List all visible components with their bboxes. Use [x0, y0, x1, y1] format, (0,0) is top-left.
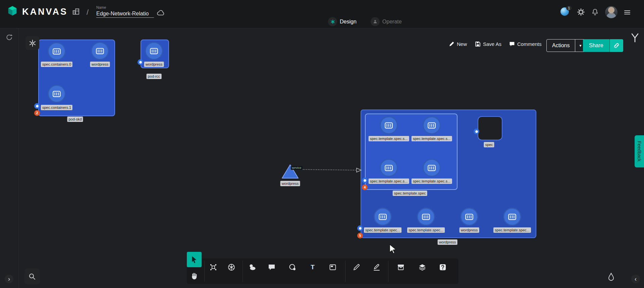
- group-label: pod-skd: [67, 117, 83, 122]
- container-icon: [465, 212, 474, 221]
- node-label: spec.template.spec.s...: [412, 136, 452, 141]
- node-wordpress-1[interactable]: [91, 42, 109, 60]
- help-icon: [439, 263, 447, 271]
- container-icon: [384, 163, 393, 172]
- node-wordpress-3[interactable]: [460, 208, 478, 226]
- group-label: pod-rcc: [147, 74, 162, 79]
- edge-pencil-tool-button[interactable]: [371, 261, 383, 273]
- doodle-tool-button[interactable]: [286, 261, 299, 273]
- node-template-container-1[interactable]: [380, 116, 398, 134]
- comment-icon: [268, 263, 276, 271]
- pan-tool-button[interactable]: [187, 269, 201, 283]
- new-button-label: New: [457, 41, 467, 47]
- pen-icon: [373, 263, 381, 271]
- app-logo[interactable]: KANVAS: [6, 5, 68, 18]
- breadcrumb-separator: /: [87, 8, 89, 17]
- chevron-left-icon: ‹: [635, 275, 637, 283]
- comments-button[interactable]: Comments: [507, 41, 544, 47]
- traffic-edge-arrow: [298, 166, 363, 174]
- node-label: wordpress: [90, 62, 110, 67]
- node-template-bottom-3[interactable]: [503, 208, 521, 226]
- design-name-input[interactable]: [96, 10, 154, 18]
- y-logo-icon: [631, 33, 639, 44]
- design-name-label: Name: [96, 5, 154, 9]
- layers-icon: [418, 263, 426, 271]
- save-icon: [475, 41, 481, 47]
- history-sync-button[interactable]: [5, 33, 13, 42]
- mode-tabs: Design Operate: [326, 17, 404, 26]
- chevron-right-icon: ›: [8, 275, 10, 283]
- node-label: spec.template.spec.s...: [369, 136, 409, 141]
- drawer-tool-button[interactable]: [395, 261, 407, 273]
- kanvas-app: KANVAS / Name: [0, 0, 644, 288]
- comment-tool-button[interactable]: [266, 261, 278, 273]
- copy-link-icon[interactable]: [610, 39, 623, 52]
- notification-center-button[interactable]: 1: [560, 7, 569, 17]
- expand-left-panel-button[interactable]: ›: [5, 275, 13, 283]
- text-tool-button[interactable]: T: [307, 261, 319, 273]
- kubernetes-icon: [357, 225, 363, 231]
- cloud-icon: [156, 9, 166, 17]
- pencil-icon: [353, 263, 361, 271]
- cloud-sync-button[interactable]: [156, 9, 166, 18]
- zoom-button[interactable]: [24, 269, 40, 284]
- dock-divider: [345, 261, 345, 282]
- collapse-right-panel-button[interactable]: ‹: [631, 275, 640, 283]
- save-as-button[interactable]: Save As: [473, 41, 503, 47]
- share-button[interactable]: Share: [583, 39, 623, 52]
- node-label: wordpress: [144, 62, 164, 67]
- frame-icon: [329, 263, 337, 271]
- node-spec-containers-1[interactable]: [48, 85, 66, 103]
- gear-icon: [577, 8, 585, 16]
- design-icon: [328, 17, 337, 26]
- org-building-button[interactable]: [72, 7, 80, 17]
- layers-tool-button[interactable]: [416, 261, 428, 273]
- drop-icon: [607, 273, 615, 282]
- node-wordpress-2[interactable]: [145, 42, 163, 60]
- snowflake-icon: [29, 39, 37, 47]
- user-avatar[interactable]: [605, 6, 618, 18]
- feedback-tab[interactable]: Feedback: [635, 135, 644, 167]
- node-label: spec.template.spec...: [364, 227, 401, 233]
- pencil-tool-button[interactable]: [351, 261, 363, 273]
- dock-divider: [204, 261, 205, 282]
- ink-drop-button[interactable]: [607, 273, 615, 283]
- mouse-cursor: [389, 244, 398, 254]
- save-as-button-label: Save As: [483, 41, 501, 47]
- frame-tool-button[interactable]: [327, 261, 339, 273]
- dock-divider: [243, 261, 243, 282]
- notifications-bell-button[interactable]: [591, 8, 599, 17]
- pencil-icon: [449, 41, 454, 47]
- shapes-library-button[interactable]: [25, 36, 39, 50]
- tab-design-label: Design: [340, 19, 357, 25]
- node-label: wordpress: [460, 227, 479, 233]
- kubernetes-tool-button[interactable]: [225, 261, 237, 273]
- tab-operate-label: Operate: [382, 19, 402, 25]
- left-rail-divider: [18, 28, 19, 288]
- node-label: spec.containers.1: [41, 105, 72, 110]
- new-button[interactable]: New: [447, 41, 469, 47]
- node-template-container-2[interactable]: [423, 116, 441, 134]
- node-template-bottom-1[interactable]: [374, 208, 392, 226]
- node-template-container-4[interactable]: [423, 159, 441, 177]
- tab-operate[interactable]: Operate: [369, 17, 404, 26]
- components-tool-button[interactable]: [207, 261, 219, 273]
- comment-icon: [509, 41, 515, 47]
- container-icon: [95, 46, 105, 56]
- edge-label: service: [291, 166, 303, 170]
- dock-divider: [388, 261, 388, 282]
- settings-button[interactable]: [577, 8, 585, 17]
- tab-design[interactable]: Design: [326, 17, 359, 26]
- select-tool-button[interactable]: [187, 252, 202, 267]
- actions-dropdown-button[interactable]: Actions ▾: [546, 39, 586, 52]
- shapes-tool-button[interactable]: [246, 261, 258, 273]
- bell-icon: [591, 8, 599, 16]
- node-template-bottom-2[interactable]: [417, 208, 435, 226]
- main-menu-button[interactable]: [623, 8, 631, 17]
- magnifier-icon: [28, 273, 36, 281]
- node-spec[interactable]: [478, 116, 502, 140]
- node-spec-containers-0[interactable]: [48, 42, 66, 60]
- help-tool-button[interactable]: [437, 261, 449, 273]
- node-template-container-3[interactable]: [380, 159, 398, 177]
- component-icon: [209, 263, 217, 271]
